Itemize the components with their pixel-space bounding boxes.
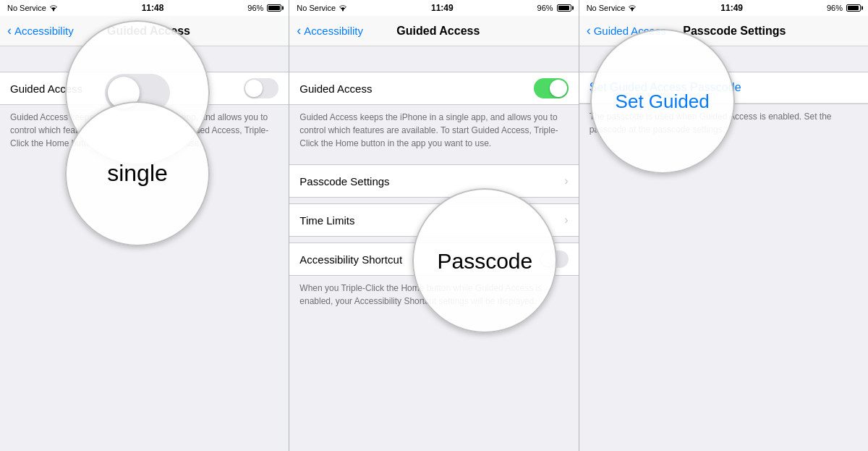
guided-access-toggle-1[interactable] [244,78,278,98]
mag-text-1b: single [107,161,168,186]
panel-1: No Service 11:48 96% ‹ Accessibility Gui… [0,0,289,451]
magnifier-1b: single [65,101,210,246]
time-3: 11:49 [720,3,743,13]
gap-2 [289,46,578,72]
panel-2: No Service 11:49 96% ‹ Accessibility Gui… [289,0,579,451]
limits-chevron: › [564,214,568,227]
status-left-3: No Service [587,4,637,12]
status-left-1: No Service [7,4,58,12]
wifi-icon-1 [49,4,58,12]
toggle-knob-1 [245,80,263,97]
status-bar-3: No Service 11:49 96% [579,0,868,16]
status-right-2: 96% [537,4,571,12]
magnifier-2: Passcode [412,188,557,333]
svg-point-2 [631,10,633,12]
battery-pct-1: 96% [247,4,263,12]
battery-icon-1 [267,4,281,12]
section-passcode-2: Passcode Settings › [289,164,578,198]
back-chevron-1: ‹ [7,23,12,38]
mag-text-3: Set Guided [616,91,710,112]
passcode-settings-label: Passcode Settings [299,175,560,187]
nav-bar-2: ‹ Accessibility Guided Access [289,16,578,46]
spacer-2b [289,198,578,203]
status-right-1: 96% [247,4,281,12]
battery-pct-3: 96% [827,4,843,12]
status-bar-2: No Service 11:49 96% [289,0,578,16]
description-2: Guided Access keeps the iPhone in a sing… [289,105,578,159]
no-service-label-2: No Service [297,4,336,12]
status-right-3: 96% [827,4,861,12]
section-main-2: Guided Access [289,72,578,105]
wifi-icon-3 [628,4,637,12]
no-service-label-1: No Service [7,4,46,12]
back-chevron-3: ‹ [587,23,591,38]
passcode-chevron: › [564,174,568,187]
status-left-2: No Service [297,4,347,12]
battery-icon-3 [846,4,861,12]
battery-icon-2 [557,4,571,12]
panel-3: No Service 11:49 96% ‹ Guided Access Pas… [579,0,868,451]
battery-pct-2: 96% [537,4,553,12]
passcode-settings-row[interactable]: Passcode Settings › [289,165,578,197]
svg-point-1 [342,10,344,12]
guided-access-label-2: Guided Access [299,83,533,95]
magnifier-3: Set Guided [590,29,735,174]
toggle-knob-2 [550,80,567,97]
time-2: 11:49 [431,3,454,13]
back-chevron-2: ‹ [297,23,301,38]
guided-access-toggle-2[interactable] [534,78,569,98]
nav-title-2: Guided Access [305,25,571,38]
mag-text-2: Passcode [437,249,532,273]
time-1: 11:48 [142,3,164,13]
spacer-2a [289,159,578,164]
wifi-icon-2 [339,4,347,12]
no-service-label-3: No Service [587,4,626,12]
svg-point-0 [53,10,54,12]
status-bar-1: No Service 11:48 96% [0,0,289,16]
guided-access-row-2[interactable]: Guided Access [289,72,578,104]
